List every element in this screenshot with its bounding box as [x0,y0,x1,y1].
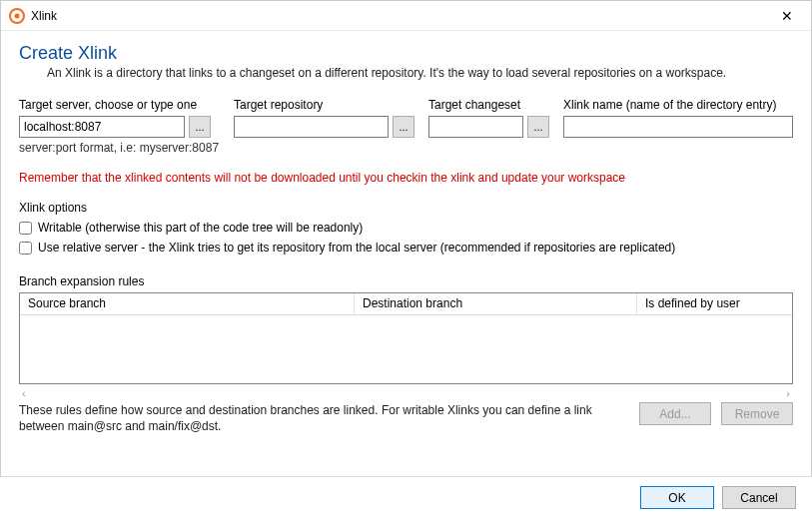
target-changeset-input[interactable] [428,116,523,138]
target-repository-label: Target repository [234,98,418,112]
col-defined-by-user[interactable]: Is defined by user [637,293,792,314]
scroll-hints: ‹ › [20,387,792,399]
target-changeset-group: Target changeset ... [428,98,553,138]
warning-text: Remember that the xlinked contents will … [19,171,793,185]
chevron-left-icon[interactable]: ‹ [22,387,26,399]
window-title: Xlink [31,9,57,23]
table-header: Source branch Destination branch Is defi… [20,293,792,315]
relative-server-option[interactable]: Use relative server - the Xlink tries to… [19,241,793,255]
target-repository-browse-button[interactable]: ... [393,116,414,138]
svg-point-1 [15,13,20,18]
cancel-button[interactable]: Cancel [722,486,796,509]
target-changeset-browse-button[interactable]: ... [527,116,549,138]
rules-description: These rules define how source and destin… [19,402,629,434]
close-icon: ✕ [781,8,793,24]
close-button[interactable]: ✕ [767,2,807,30]
server-format-hint: server:port format, i.e: myserver:8087 [19,141,224,155]
page-title: Create Xlink [19,43,793,64]
xlink-name-label: Xlink name (name of the directory entry) [563,98,793,112]
relative-server-checkbox[interactable] [19,242,32,255]
xlink-options-title: Xlink options [19,201,793,215]
writable-checkbox[interactable] [19,222,32,235]
target-server-group: Target server, choose or type one ... se… [19,98,224,155]
rules-footer: These rules define how source and destin… [19,402,793,434]
titlebar: Xlink ✕ [1,1,811,31]
target-server-input[interactable] [19,116,185,138]
relative-server-label: Use relative server - the Xlink tries to… [38,241,675,255]
remove-rule-button[interactable]: Remove [721,402,793,425]
ok-button[interactable]: OK [640,486,714,509]
xlink-name-input[interactable] [563,116,793,138]
target-server-browse-button[interactable]: ... [189,116,211,138]
target-changeset-label: Target changeset [428,98,553,112]
col-destination-branch[interactable]: Destination branch [355,293,637,314]
target-server-label: Target server, choose or type one [19,98,224,112]
target-repository-input[interactable] [234,116,389,138]
target-repository-group: Target repository ... [234,98,418,138]
app-icon [9,8,25,24]
dialog-footer: OK Cancel [0,476,812,518]
dialog-content: Create Xlink An Xlink is a directory tha… [1,31,811,434]
writable-label: Writable (otherwise this part of the cod… [38,221,363,235]
chevron-right-icon[interactable]: › [786,387,790,399]
writable-option[interactable]: Writable (otherwise this part of the cod… [19,221,793,235]
col-source-branch[interactable]: Source branch [20,293,355,314]
fields-row: Target server, choose or type one ... se… [19,98,793,155]
branch-rules-table: Source branch Destination branch Is defi… [19,292,793,384]
branch-rules-title: Branch expansion rules [19,274,793,288]
add-rule-button[interactable]: Add... [639,402,711,425]
xlink-name-group: Xlink name (name of the directory entry) [563,98,793,138]
page-subtitle: An Xlink is a directory that links to a … [47,66,793,80]
